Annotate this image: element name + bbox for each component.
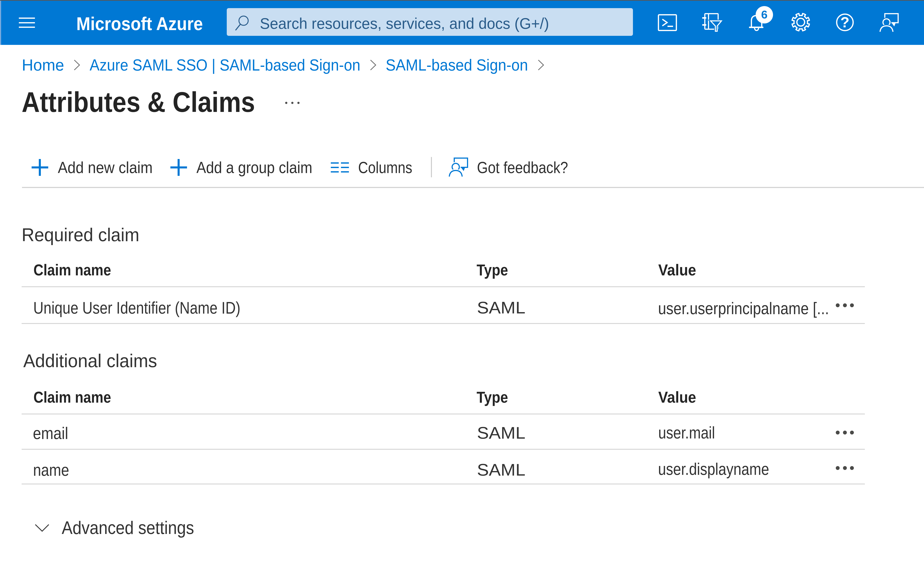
svg-text:SAML: SAML xyxy=(477,424,525,442)
svg-text:Microsoft Azure: Microsoft Azure xyxy=(76,13,203,34)
svg-text:user.mail: user.mail xyxy=(658,423,715,442)
svg-text:user.userprincipalname [...: user.userprincipalname [... xyxy=(658,299,829,317)
svg-text:Type: Type xyxy=(477,261,508,279)
svg-text:SAML-based Sign-on: SAML-based Sign-on xyxy=(386,56,528,74)
svg-text:Azure SAML SSO | SAML-based Si: Azure SAML SSO | SAML-based Sign-on xyxy=(90,56,360,74)
svg-text:Claim name: Claim name xyxy=(33,261,111,279)
svg-text:Got feedback?: Got feedback? xyxy=(477,158,568,176)
svg-text:Columns: Columns xyxy=(358,158,412,176)
svg-text:Required claim: Required claim xyxy=(21,224,139,245)
svg-text:Value: Value xyxy=(658,261,696,279)
svg-text:Add a group claim: Add a group claim xyxy=(196,158,312,176)
svg-text:SAML: SAML xyxy=(477,461,525,479)
svg-text:name: name xyxy=(33,461,69,479)
svg-text:Unique User Identifier (Name I: Unique User Identifier (Name ID) xyxy=(33,299,241,317)
svg-text:Add new claim: Add new claim xyxy=(58,158,153,176)
svg-text:6: 6 xyxy=(761,8,767,21)
svg-text:Claim name: Claim name xyxy=(33,388,111,406)
svg-text:user.displayname: user.displayname xyxy=(658,460,769,478)
svg-text:Attributes & Claims: Attributes & Claims xyxy=(21,86,255,118)
svg-text:email: email xyxy=(33,424,68,443)
svg-text:Type: Type xyxy=(477,388,508,406)
svg-text:?: ? xyxy=(840,14,850,30)
svg-text:SAML: SAML xyxy=(477,298,525,317)
svg-text:Home: Home xyxy=(22,56,64,74)
svg-text:Advanced settings: Advanced settings xyxy=(62,518,194,538)
svg-text:Additional claims: Additional claims xyxy=(23,350,157,371)
svg-text:Search resources, services, an: Search resources, services, and docs (G+… xyxy=(260,15,549,32)
svg-text:Value: Value xyxy=(658,388,696,406)
